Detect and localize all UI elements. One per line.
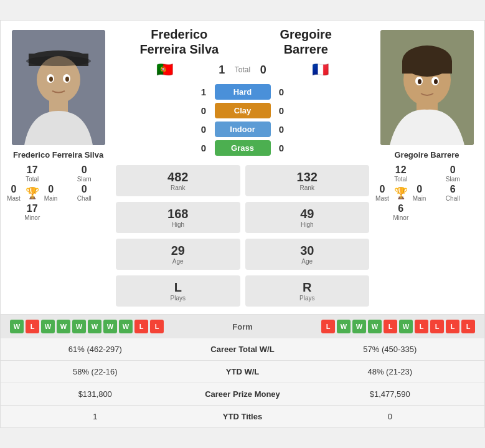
- svg-point-7: [49, 77, 53, 82]
- surface-row-grass: 0 Grass 0: [116, 140, 369, 156]
- surface-label-hard: Hard: [215, 84, 271, 100]
- bottom-row-label-3: YTD Titles: [181, 412, 305, 421]
- left-trophy-row: 0 Mast 🏆 0 Main: [7, 184, 58, 202]
- right-plays-box: R Plays: [245, 275, 370, 307]
- bottom-row-label-1: YTD W/L: [181, 367, 305, 376]
- form-badge-w: W: [88, 320, 101, 333]
- svg-point-17: [418, 79, 421, 84]
- right-name-header: Gregoire Barrere: [243, 27, 370, 57]
- right-high-box: 49 High: [245, 202, 370, 233]
- flags-scores-row: 🇵🇹 1 Total 0 🇫🇷: [116, 62, 369, 78]
- surface-label-grass: Grass: [215, 140, 271, 156]
- form-badge-w: W: [337, 320, 351, 333]
- form-badge-w: W: [119, 320, 133, 333]
- form-badge-l: L: [384, 320, 397, 333]
- left-player-career-stats: 17 Total 0 Slam 0 Mast 🏆 0 Main: [7, 164, 110, 221]
- form-badge-l: L: [150, 320, 164, 333]
- center-stat-areas: 482 Rank 168 High 29 Age L Plays: [116, 164, 369, 308]
- surface-label-indoor: Indoor: [215, 122, 271, 137]
- bottom-row-3: 1 YTD Titles 0: [1, 406, 484, 427]
- right-player-name: Gregoire Barrere: [394, 150, 459, 160]
- left-total-stat: 17 Total: [7, 164, 58, 183]
- left-main-stat: 0 Main: [44, 184, 58, 202]
- form-row: WLWWWWWWLL Form LWWWLWLLLL: [1, 315, 484, 338]
- right-player-career-stats: 12 Total 0 Slam 0 Mast 🏆 0 Main: [375, 164, 478, 221]
- right-chall-stat: 6 Chall: [428, 184, 479, 202]
- form-badge-l: L: [26, 320, 39, 333]
- left-chall-stat: 0 Chall: [59, 184, 110, 202]
- svg-rect-14: [402, 61, 452, 74]
- bottom-row-left-0: 61% (462-297): [10, 345, 181, 354]
- center-area: Frederico Ferreira Silva Gregoire Barrer…: [116, 27, 369, 308]
- right-trophy-row: 0 Mast 🏆 0 Main: [375, 184, 426, 202]
- bottom-row-0: 61% (462-297) Career Total W/L 57% (450-…: [1, 338, 484, 361]
- form-badge-w: W: [103, 320, 117, 333]
- bottom-row-2: $131,800 Career Prize Money $1,477,590: [1, 383, 484, 406]
- main-container: Frederico Ferreira Silva 17 Total 0 Slam…: [0, 20, 485, 428]
- right-mast-stat: 0 Mast: [375, 184, 389, 202]
- form-badge-w: W: [10, 320, 24, 333]
- right-player-area: Gregoire Barrere 12 Total 0 Slam 0 Mast …: [369, 27, 484, 308]
- form-badge-l: L: [415, 320, 428, 333]
- right-main-stat: 0 Main: [413, 184, 426, 202]
- left-plays-box: L Plays: [116, 275, 240, 307]
- left-age-box: 29 Age: [116, 239, 240, 270]
- left-mast-stat: 0 Mast: [7, 184, 21, 202]
- bottom-row-label-0: Career Total W/L: [181, 345, 305, 354]
- bottom-row-right-3: 0: [305, 412, 476, 421]
- svg-point-8: [65, 77, 69, 82]
- left-rank-box: 482 Rank: [116, 165, 240, 196]
- right-age-box: 30 Age: [245, 239, 370, 270]
- form-badge-w: W: [57, 320, 70, 333]
- form-badge-l: L: [461, 320, 475, 333]
- svg-rect-4: [49, 100, 68, 112]
- right-player-photo: [380, 30, 474, 145]
- left-form-badges: WLWWWWWWLL: [10, 320, 193, 333]
- bottom-row-right-0: 57% (450-335): [305, 345, 476, 354]
- bottom-row-left-2: $131,800: [10, 389, 181, 399]
- total-score-row: 1 Total 0: [214, 64, 271, 77]
- bottom-row-left-3: 1: [10, 412, 181, 421]
- right-center-stats: 132 Rank 49 High 30 Age R Plays: [245, 164, 370, 308]
- form-badge-l: L: [446, 320, 459, 333]
- right-slam-stat: 0 Slam: [428, 164, 479, 183]
- surface-row-indoor: 0 Indoor 0: [116, 122, 369, 137]
- bottom-data-rows: 61% (462-297) Career Total W/L 57% (450-…: [1, 338, 484, 427]
- names-row: Frederico Ferreira Silva Gregoire Barrer…: [116, 27, 369, 62]
- form-badge-w: W: [352, 320, 366, 333]
- bottom-row-right-1: 48% (21-23): [305, 367, 476, 376]
- surface-row-hard: 1 Hard 0: [116, 84, 369, 100]
- bottom-row-left-1: 58% (22-16): [10, 367, 181, 376]
- form-label: Form: [193, 322, 293, 331]
- left-name-header: Frederico Ferreira Silva: [116, 27, 243, 57]
- trophy-icon-left: 🏆: [26, 186, 39, 200]
- surface-label-clay: Clay: [215, 103, 271, 118]
- bottom-row-label-2: Career Prize Money: [181, 389, 305, 399]
- left-player-name: Frederico Ferreira Silva: [13, 150, 103, 160]
- surface-row-clay: 0 Clay 0: [116, 103, 369, 118]
- left-flag: 🇵🇹: [116, 62, 214, 78]
- right-minor-stat: 6 Minor: [375, 203, 426, 221]
- left-minor-stat: 17 Minor: [7, 203, 58, 221]
- left-high-box: 168 High: [116, 202, 240, 233]
- bottom-stats: WLWWWWWWLL Form LWWWLWLLLL 61% (462-297)…: [1, 314, 484, 427]
- form-badge-l: L: [321, 320, 335, 333]
- right-rank-box: 132 Rank: [245, 165, 370, 196]
- main-body: Frederico Ferreira Silva 17 Total 0 Slam…: [1, 21, 484, 314]
- right-form-badges: LWWWLWLLLL: [293, 320, 476, 333]
- right-total-stat: 12 Total: [375, 164, 426, 183]
- surface-section: 1 Hard 0 0 Clay 0 0 Indoor 0: [116, 84, 369, 156]
- right-flag: 🇫🇷: [271, 62, 369, 78]
- svg-point-18: [434, 79, 438, 84]
- svg-point-9: [26, 56, 91, 66]
- left-player-area: Frederico Ferreira Silva 17 Total 0 Slam…: [1, 27, 116, 308]
- left-player-photo: [12, 30, 105, 145]
- bottom-row-1: 58% (22-16) YTD W/L 48% (21-23): [1, 361, 484, 383]
- left-slam-stat: 0 Slam: [59, 164, 110, 183]
- form-badge-l: L: [134, 320, 148, 333]
- bottom-row-right-2: $1,477,590: [305, 389, 476, 399]
- form-badge-l: L: [430, 320, 444, 333]
- form-badge-w: W: [399, 320, 413, 333]
- form-badge-w: W: [41, 320, 55, 333]
- form-badge-w: W: [72, 320, 86, 333]
